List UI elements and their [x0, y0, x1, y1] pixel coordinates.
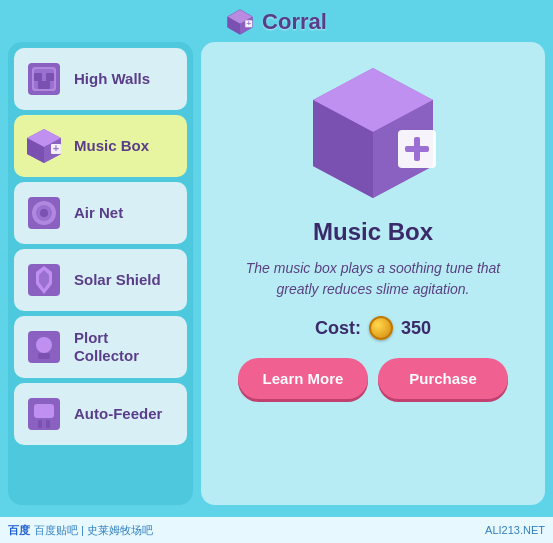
air-net-label: Air Net — [74, 204, 123, 222]
detail-item-icon — [298, 58, 448, 208]
high-walls-icon — [24, 59, 64, 99]
detail-panel: Music Box The music box plays a soothing… — [201, 42, 545, 505]
bottom-left-text: 百度贴吧 | 史莱姆牧场吧 — [34, 523, 153, 538]
sidebar: High Walls + Music Box — [8, 42, 193, 505]
svg-rect-30 — [38, 420, 42, 428]
svg-rect-29 — [34, 404, 54, 418]
svg-text:+: + — [53, 142, 59, 154]
learn-more-button[interactable]: Learn More — [238, 358, 368, 399]
cost-label: Cost: — [315, 318, 361, 339]
svg-rect-9 — [38, 81, 50, 89]
sidebar-item-high-walls[interactable]: High Walls — [14, 48, 187, 110]
bottom-bar: 百度 百度贴吧 | 史莱姆牧场吧 ALI213.NET — [0, 517, 553, 543]
music-box-label: Music Box — [74, 137, 149, 155]
svg-rect-27 — [38, 353, 50, 359]
coin-icon — [369, 316, 393, 340]
detail-description: The music box plays a soothing tune that… — [219, 258, 527, 300]
title-bar: + Corral — [0, 0, 553, 42]
page-title: Corral — [262, 9, 327, 35]
bottom-right-text: ALI213.NET — [485, 524, 545, 536]
auto-feeder-icon — [24, 394, 64, 434]
sidebar-item-music-box[interactable]: + Music Box — [14, 115, 187, 177]
plort-collector-label: Plort Collector — [74, 329, 177, 365]
sidebar-scroll[interactable]: High Walls + Music Box — [8, 42, 193, 505]
sidebar-item-plort-collector[interactable]: Plort Collector — [14, 316, 187, 378]
purchase-button[interactable]: Purchase — [378, 358, 508, 399]
svg-rect-38 — [405, 146, 429, 152]
music-box-icon: + — [24, 126, 64, 166]
detail-image — [298, 58, 448, 208]
svg-point-26 — [36, 337, 52, 353]
baidu-logo: 百度 — [8, 523, 30, 538]
high-walls-label: High Walls — [74, 70, 150, 88]
plort-collector-icon — [24, 327, 64, 367]
auto-feeder-label: Auto-Feeder — [74, 405, 162, 423]
air-net-icon — [24, 193, 64, 233]
solar-shield-icon — [24, 260, 64, 300]
svg-text:+: + — [247, 19, 252, 28]
svg-point-21 — [40, 209, 48, 217]
solar-shield-label: Solar Shield — [74, 271, 161, 289]
bottom-left: 百度 百度贴吧 | 史莱姆牧场吧 — [8, 523, 153, 538]
sidebar-item-air-net[interactable]: Air Net — [14, 182, 187, 244]
detail-title: Music Box — [313, 218, 433, 246]
sidebar-item-solar-shield[interactable]: Solar Shield — [14, 249, 187, 311]
cost-amount: 350 — [401, 318, 431, 339]
detail-cost: Cost: 350 — [315, 316, 431, 340]
sidebar-item-auto-feeder[interactable]: Auto-Feeder — [14, 383, 187, 445]
main-content: High Walls + Music Box — [0, 42, 553, 511]
svg-rect-10 — [34, 73, 42, 81]
svg-rect-11 — [46, 73, 54, 81]
detail-buttons: Learn More Purchase — [219, 358, 527, 399]
corral-icon: + — [226, 8, 254, 36]
svg-rect-31 — [46, 420, 50, 428]
